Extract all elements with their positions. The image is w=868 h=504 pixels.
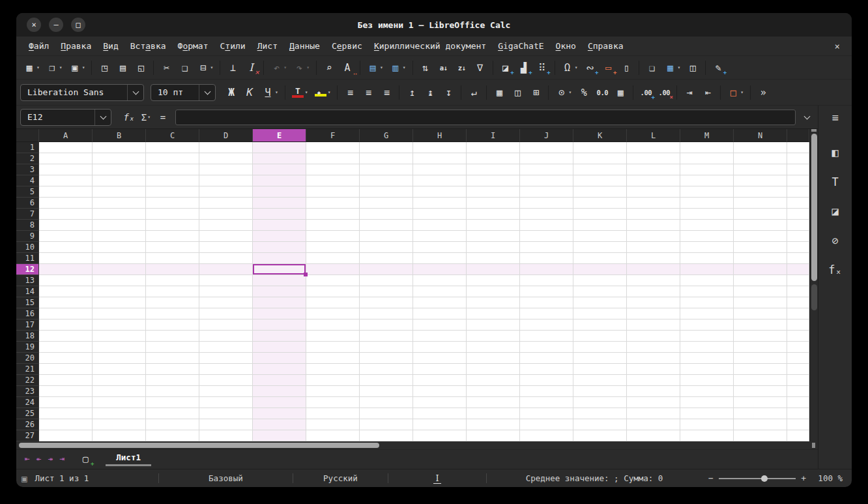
cell-N11[interactable] — [734, 253, 787, 264]
cell-E15[interactable] — [253, 297, 306, 308]
cell-E24[interactable] — [253, 397, 306, 408]
cell-D22[interactable] — [199, 375, 253, 386]
cell-C8[interactable] — [146, 220, 199, 231]
cell-B18[interactable] — [93, 331, 146, 342]
center-vertically-button[interactable]: ↨ — [422, 85, 439, 100]
cell-L14[interactable] — [627, 286, 680, 297]
column-header-M[interactable]: M — [680, 129, 734, 142]
cell-J15[interactable] — [520, 297, 573, 308]
cell-H2[interactable] — [413, 153, 467, 164]
cell-A17[interactable] — [39, 319, 93, 331]
page-style-field[interactable]: Базовый — [159, 473, 293, 483]
cell-L23[interactable] — [627, 386, 680, 397]
cell-D2[interactable] — [199, 153, 253, 164]
cell-M11[interactable] — [680, 253, 734, 264]
cell-N20[interactable] — [734, 353, 787, 364]
cell-B16[interactable] — [93, 308, 146, 319]
column-header-N[interactable]: N — [734, 129, 787, 142]
column-header-J[interactable]: J — [520, 129, 573, 142]
cell-D18[interactable] — [199, 331, 253, 342]
cell-E7[interactable] — [253, 209, 306, 220]
cell-F11[interactable] — [306, 253, 360, 264]
menu-item-11[interactable]: Окно — [550, 39, 582, 53]
sort-button[interactable]: ⇅ — [417, 60, 434, 76]
cell-J17[interactable] — [520, 319, 573, 331]
insert-row-button[interactable]: ▤▾ — [364, 60, 386, 76]
cell-H22[interactable] — [413, 375, 467, 386]
cell-C11[interactable] — [146, 253, 199, 264]
vertical-scrollbar-thumb[interactable] — [811, 134, 817, 281]
row-header-19[interactable]: 19 — [16, 342, 39, 353]
cell-M19[interactable] — [680, 342, 734, 353]
cell-H18[interactable] — [413, 331, 467, 342]
cell-H13[interactable] — [413, 275, 467, 286]
cell-H4[interactable] — [413, 175, 467, 186]
cell-B26[interactable] — [93, 419, 146, 430]
cell-E12[interactable] — [253, 264, 306, 275]
previous-sheet-button[interactable]: ↞ — [33, 454, 45, 464]
expand-formula-bar-button[interactable] — [800, 116, 814, 119]
cell-F10[interactable] — [306, 242, 360, 253]
language-field[interactable]: Русский — [293, 473, 388, 483]
cell-M23[interactable] — [680, 386, 734, 397]
cell-A1[interactable] — [39, 142, 93, 153]
cell-B5[interactable] — [93, 186, 146, 198]
delete-decimal-place-button[interactable]: .00 — [656, 85, 673, 100]
cell-J11[interactable] — [520, 253, 573, 264]
cell-L10[interactable] — [627, 242, 680, 253]
print-preview-button[interactable]: ◱ — [132, 60, 149, 76]
save-button[interactable]: ▣▾ — [66, 60, 88, 76]
menu-item-9[interactable]: Кириллический документ — [368, 39, 492, 53]
row-header-10[interactable]: 10 — [16, 242, 39, 253]
increase-indent-button[interactable]: ⇥ — [681, 85, 698, 100]
cell-E18[interactable] — [253, 331, 306, 342]
cell-F5[interactable] — [306, 186, 360, 198]
column-header-C[interactable]: C — [146, 129, 199, 142]
cell-B21[interactable] — [93, 364, 146, 375]
cell-K18[interactable] — [573, 331, 627, 342]
cell-E4[interactable] — [253, 175, 306, 186]
cell-B20[interactable] — [93, 353, 146, 364]
cell-F6[interactable] — [306, 198, 360, 209]
cell-D17[interactable] — [199, 319, 253, 331]
minimize-window-button[interactable]: – — [49, 18, 63, 32]
cell-D14[interactable] — [199, 286, 253, 297]
selection-handle[interactable] — [304, 273, 308, 276]
sort-ascending-button[interactable]: a↓ — [435, 60, 452, 76]
cell-I20[interactable] — [467, 353, 520, 364]
new-document-dropdown[interactable]: ▾ — [36, 65, 40, 70]
open-file-dropdown[interactable]: ▾ — [59, 65, 63, 70]
cell-A4[interactable] — [39, 175, 93, 186]
cell-B10[interactable] — [93, 242, 146, 253]
cell-D21[interactable] — [199, 364, 253, 375]
cell-M2[interactable] — [680, 153, 734, 164]
cell-J8[interactable] — [520, 220, 573, 231]
cell-G3[interactable] — [360, 164, 413, 175]
cell-N1[interactable] — [734, 142, 787, 153]
sidebar-functions-button[interactable]: fₓ — [826, 262, 845, 278]
cell-A14[interactable] — [39, 286, 93, 297]
zoom-out-button[interactable]: − — [708, 473, 714, 483]
row-header-4[interactable]: 4 — [16, 175, 39, 186]
row-header-12[interactable]: 12 — [16, 264, 39, 275]
cell-H20[interactable] — [413, 353, 467, 364]
cell-B24[interactable] — [93, 397, 146, 408]
cell-F23[interactable] — [306, 386, 360, 397]
zoom-slider-thumb[interactable] — [761, 475, 768, 482]
cell-G5[interactable] — [360, 186, 413, 198]
cell-F17[interactable] — [306, 319, 360, 331]
show-draw-functions-button[interactable]: ✎ — [710, 60, 727, 76]
cell-I10[interactable] — [467, 242, 520, 253]
cell-M3[interactable] — [680, 164, 734, 175]
cell-A21[interactable] — [39, 364, 93, 375]
cell-M27[interactable] — [680, 430, 734, 441]
cell-J2[interactable] — [520, 153, 573, 164]
cell-H17[interactable] — [413, 319, 467, 331]
column-header-G[interactable]: G — [360, 129, 413, 142]
cell-L11[interactable] — [627, 253, 680, 264]
cell-N12[interactable] — [734, 264, 787, 275]
headers-and-footers-button[interactable]: ❏ — [643, 60, 660, 76]
cell-I14[interactable] — [467, 286, 520, 297]
cell-K22[interactable] — [573, 375, 627, 386]
selection-statistics-field[interactable]: Среднее значение: ; Сумма: 0 — [487, 473, 702, 483]
